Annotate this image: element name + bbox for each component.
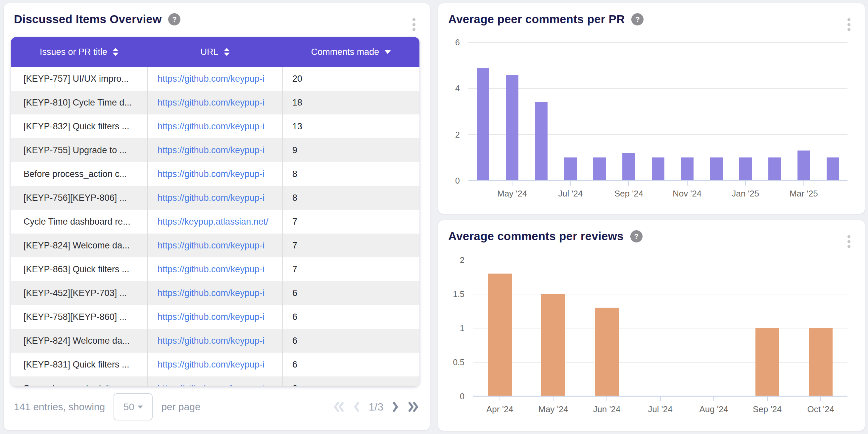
url-link[interactable]: https://github.com/keypup-i — [158, 288, 265, 298]
url-link[interactable]: https://github.com/keypup-i — [158, 169, 265, 179]
last-page-button[interactable] — [406, 401, 420, 412]
chart-bar[interactable] — [535, 102, 548, 180]
help-icon[interactable]: ? — [168, 13, 180, 26]
issue-title-cell: Before process_action c... — [11, 162, 147, 186]
chart-bar[interactable] — [595, 308, 619, 396]
url-cell: https://github.com/keypup-i — [147, 186, 283, 210]
chart-bar[interactable] — [798, 151, 810, 180]
url-link[interactable]: https://github.com/keypup-i — [158, 312, 265, 322]
comments-made-cell: 7 — [283, 257, 420, 281]
column-header-url[interactable]: URL — [147, 37, 283, 67]
column-header-issue-title[interactable]: Issues or PR title — [11, 37, 147, 67]
x-axis-tick — [713, 396, 714, 401]
x-axis-label: May '24 — [484, 189, 540, 199]
chart-bar[interactable] — [809, 328, 833, 396]
chart-bar[interactable] — [681, 158, 693, 180]
next-page-button[interactable] — [391, 401, 400, 412]
chart-bar[interactable] — [710, 158, 723, 180]
url-link[interactable]: https://github.com/keypup-i — [158, 74, 265, 84]
issue-title-cell: [KEYP-832] Quick filters ... — [11, 114, 147, 138]
y-axis-label: 1.5 — [441, 290, 464, 298]
kebab-menu-icon[interactable] — [842, 232, 856, 252]
x-axis-tick — [500, 396, 500, 401]
column-header-comments-made[interactable]: Comments made — [283, 37, 420, 67]
url-link[interactable]: https://github.com/keypup-i — [158, 360, 265, 369]
chart-bar[interactable] — [622, 153, 635, 180]
issue-title-cell: [KEYP-452][KEYP-703] ... — [11, 281, 147, 305]
avg-peer-comments-card: Average peer comments per PR ? 0246May '… — [438, 3, 865, 214]
chart-bar[interactable] — [755, 328, 779, 396]
comments-made-cell: 6 — [283, 353, 420, 376]
table-row: [KEYP-824] Welcome da...https://github.c… — [11, 329, 420, 353]
issue-title-cell: [KEYP-824] Welcome da... — [11, 329, 147, 353]
x-axis-label: Jul '24 — [632, 404, 689, 414]
url-cell: https://github.com/keypup-i — [147, 329, 283, 353]
chart-bar[interactable] — [506, 75, 519, 180]
kebab-menu-icon[interactable] — [842, 14, 856, 34]
url-cell: https://github.com/keypup-i — [147, 91, 283, 114]
comments-made-cell: 7 — [283, 234, 420, 257]
column-label: URL — [200, 47, 218, 57]
comments-made-cell: 8 — [283, 162, 420, 186]
table-row: [KEYP-756][KEYP-806] ...https://github.c… — [11, 186, 420, 210]
url-cell: https://github.com/keypup-i — [147, 67, 283, 91]
x-axis-label: Apr '24 — [472, 404, 528, 414]
comments-made-cell: 6 — [283, 281, 420, 305]
url-cell: https://github.com/keypup-i — [147, 257, 283, 281]
url-link[interactable]: https://github.com/keypup-i — [158, 264, 265, 274]
x-axis-tick — [553, 396, 554, 401]
help-icon[interactable]: ? — [630, 230, 643, 242]
bar-chart-comments-per-review: 00.511.52Apr '24May '24Jun '24Jul '24Aug… — [473, 260, 847, 396]
y-axis-label: 1 — [441, 324, 464, 332]
issue-title-cell: [KEYP-831] Quick filters ... — [11, 353, 147, 376]
x-axis-tick — [803, 180, 804, 186]
question-mark-glyph: ? — [634, 232, 638, 240]
url-link[interactable]: https://github.com/keypup-i — [158, 122, 265, 131]
x-axis-label: Jan '25 — [717, 189, 774, 199]
chart-bar[interactable] — [541, 294, 565, 396]
comments-made-cell: 6 — [283, 376, 420, 387]
chart-bar[interactable] — [652, 158, 664, 180]
url-link[interactable]: https://github.com/keypup-i — [158, 98, 265, 107]
prev-page-button[interactable] — [352, 401, 361, 412]
url-cell: https://github.com/keypup-i — [147, 353, 283, 376]
url-cell: https://github.com/keypup-i — [147, 234, 283, 257]
x-axis-tick — [607, 396, 607, 401]
page-indicator: 1/3 — [369, 401, 383, 413]
question-mark-glyph: ? — [635, 15, 640, 24]
url-link[interactable]: https://keypup.atlassian.net/ — [158, 217, 269, 227]
chart-title: Average comments per reviews — [448, 230, 624, 243]
double-chevron-left-icon — [332, 401, 346, 412]
url-link[interactable]: https://github.com/keypup-i — [158, 193, 265, 203]
url-link[interactable]: https://github.com/keypup-i — [158, 383, 265, 387]
url-cell: https://github.com/keypup-i — [147, 376, 283, 387]
discussed-items-card: Discussed Items Overview ? Issues or PR … — [4, 3, 430, 430]
chart-bar[interactable] — [488, 274, 512, 396]
url-link[interactable]: https://github.com/keypup-i — [158, 145, 265, 155]
page-size-select[interactable]: 50 — [114, 393, 153, 421]
url-link[interactable]: https://github.com/keypup-i — [158, 240, 265, 251]
url-link[interactable]: https://github.com/keypup-i — [158, 336, 265, 346]
first-page-button[interactable] — [332, 401, 346, 412]
chart-bar[interactable] — [768, 158, 781, 180]
table-row: Cycle Time dashboard re...https://keypup… — [11, 210, 420, 234]
chart-bar[interactable] — [739, 158, 752, 180]
x-axis-label: Jul '24 — [542, 189, 598, 199]
y-axis-label: 2 — [441, 256, 464, 264]
issue-title-cell: [KEYP-755] Upgrade to ... — [11, 138, 147, 162]
kebab-menu-icon[interactable] — [407, 14, 421, 34]
column-label: Issues or PR title — [40, 47, 107, 57]
comments-made-cell: 18 — [283, 91, 420, 114]
issue-title-cell: Cycle Time dashboard re... — [11, 210, 147, 234]
chart-bar[interactable] — [477, 68, 489, 180]
pagination: 1/3 — [332, 401, 420, 413]
table-row: [KEYP-755] Upgrade to ...https://github.… — [11, 138, 420, 162]
help-icon[interactable]: ? — [631, 13, 644, 26]
card-header: Discussed Items Overview ? — [14, 12, 400, 26]
gridline — [468, 134, 847, 135]
chart-bar[interactable] — [827, 158, 839, 180]
x-axis-label: Nov '24 — [659, 189, 715, 199]
chart-bar[interactable] — [564, 158, 577, 180]
chart-bar[interactable] — [593, 158, 606, 180]
issue-title-cell: [KEYP-863] Quick filters ... — [11, 257, 147, 281]
